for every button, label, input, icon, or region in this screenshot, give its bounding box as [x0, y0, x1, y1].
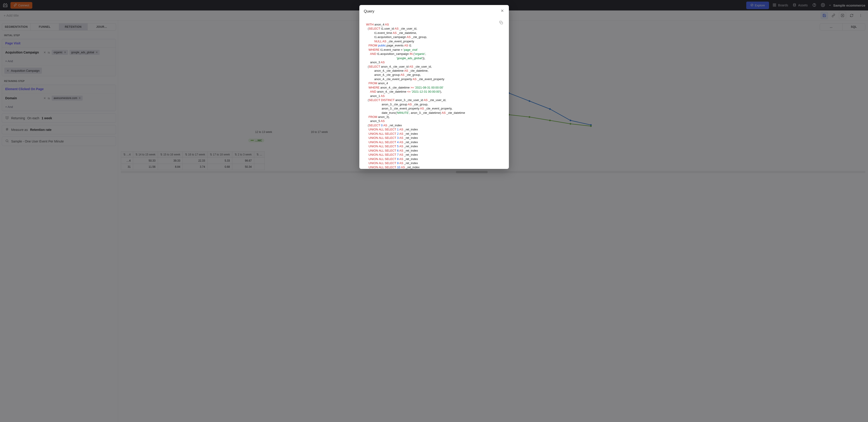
modal-header: Query: [359, 5, 509, 18]
modal-title: Query: [364, 9, 374, 14]
svg-rect-49: [501, 22, 503, 24]
modal-overlay[interactable]: Query WITH anon_4 AS (SELECT t1.user_id …: [0, 0, 868, 422]
sql-code[interactable]: WITH anon_4 AS (SELECT t1.user_id AS _ct…: [363, 20, 506, 169]
query-modal: Query WITH anon_4 AS (SELECT t1.user_id …: [359, 5, 509, 169]
modal-body: WITH anon_4 AS (SELECT t1.user_id AS _ct…: [359, 18, 509, 169]
close-icon[interactable]: [500, 9, 504, 14]
copy-button[interactable]: [499, 21, 503, 25]
